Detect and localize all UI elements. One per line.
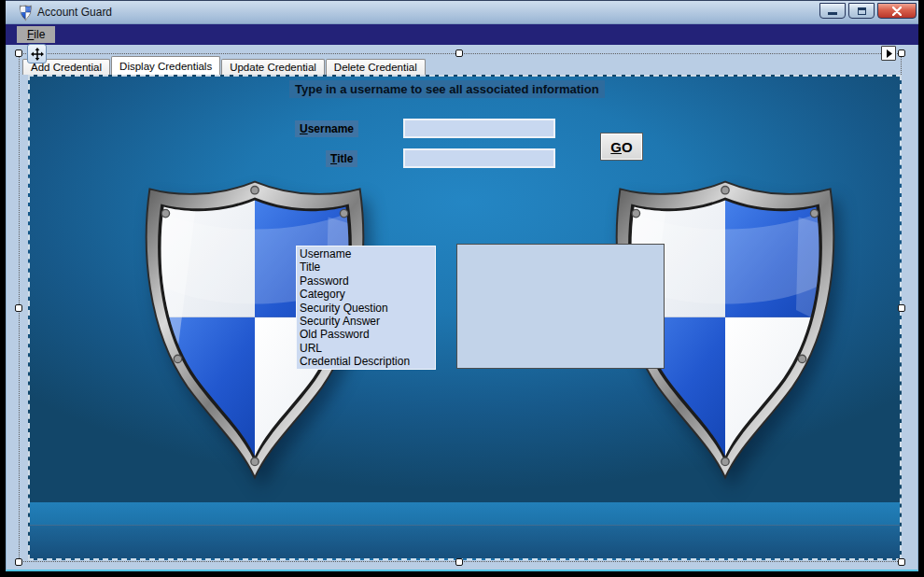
selection-handle[interactable]: [15, 558, 22, 566]
menu-bar: [6, 24, 918, 45]
screenshot-root: Account Guard File Add: [0, 0, 924, 577]
fields-listbox[interactable]: UsernameTitlePasswordCategorySecurity Qu…: [296, 246, 436, 370]
go-button[interactable]: GO: [600, 133, 643, 161]
background-band-light: [30, 502, 900, 525]
app-shield-icon: [18, 5, 34, 21]
listbox-item[interactable]: Password: [297, 274, 435, 288]
minimize-button[interactable]: [819, 3, 846, 19]
listbox-item[interactable]: URL: [297, 342, 435, 355]
selection-handle[interactable]: [455, 49, 463, 57]
selection-handle[interactable]: [15, 49, 22, 57]
close-button[interactable]: [877, 3, 917, 19]
listbox-item[interactable]: Title: [297, 260, 435, 274]
window-title: Account Guard: [37, 6, 112, 19]
tab-scroll-right-button[interactable]: [881, 46, 896, 61]
selection-handle[interactable]: [898, 558, 905, 566]
username-label: Username: [295, 120, 358, 137]
title-input[interactable]: [403, 148, 555, 168]
maximize-icon: [858, 7, 866, 15]
tab-delete-credential[interactable]: Delete Credential: [326, 59, 426, 75]
listbox-item[interactable]: Category: [297, 288, 435, 301]
tab-strip: Add CredentialDisplay CredentialsUpdate …: [22, 57, 427, 75]
listbox-item[interactable]: Credential Description: [297, 355, 435, 368]
listbox-item[interactable]: Username: [297, 247, 435, 260]
results-box[interactable]: [456, 244, 665, 369]
minimize-icon: [828, 12, 837, 15]
tab-display-credentials[interactable]: Display Credentials: [111, 56, 220, 75]
window-controls: [819, 3, 917, 19]
username-input[interactable]: [403, 119, 555, 138]
page-heading: Type in a username to see all associated…: [289, 80, 605, 98]
titlebar[interactable]: Account Guard: [6, 0, 918, 24]
scroll-right-icon: [886, 49, 892, 58]
listbox-item[interactable]: Security Question: [297, 302, 435, 315]
selection-handle[interactable]: [455, 558, 463, 566]
close-icon: [892, 7, 902, 16]
move-handle-icon[interactable]: [27, 44, 47, 63]
listbox-item[interactable]: Security Answer: [297, 315, 435, 328]
selection-handle[interactable]: [898, 49, 905, 57]
background-band-dark: [30, 525, 900, 560]
selection-handle[interactable]: [898, 304, 905, 312]
tab-update-credential[interactable]: Update Credential: [221, 59, 325, 75]
menu-file[interactable]: File: [17, 26, 55, 43]
maximize-button[interactable]: [848, 3, 875, 19]
listbox-item[interactable]: Old Password: [297, 328, 435, 341]
tab-page-display-credentials: Type in a username to see all associated…: [28, 75, 902, 560]
selection-handle[interactable]: [15, 304, 22, 312]
title-label: Title: [326, 150, 357, 167]
